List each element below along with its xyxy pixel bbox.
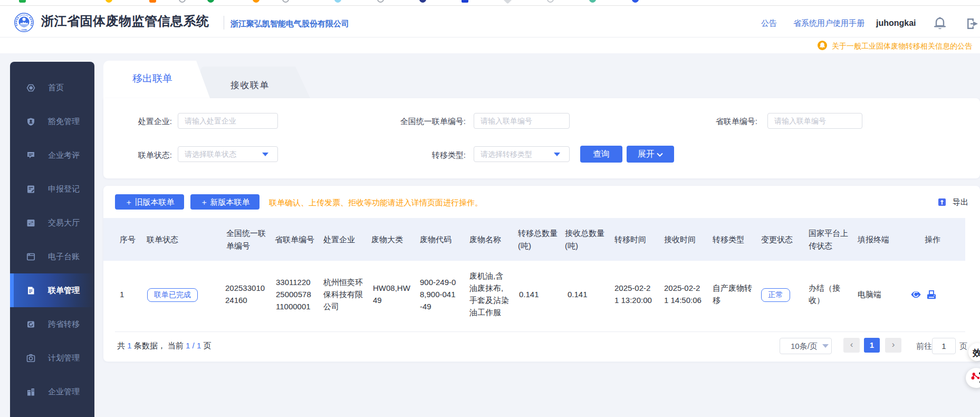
svg-text:ZJSB: ZJSB — [21, 29, 26, 31]
